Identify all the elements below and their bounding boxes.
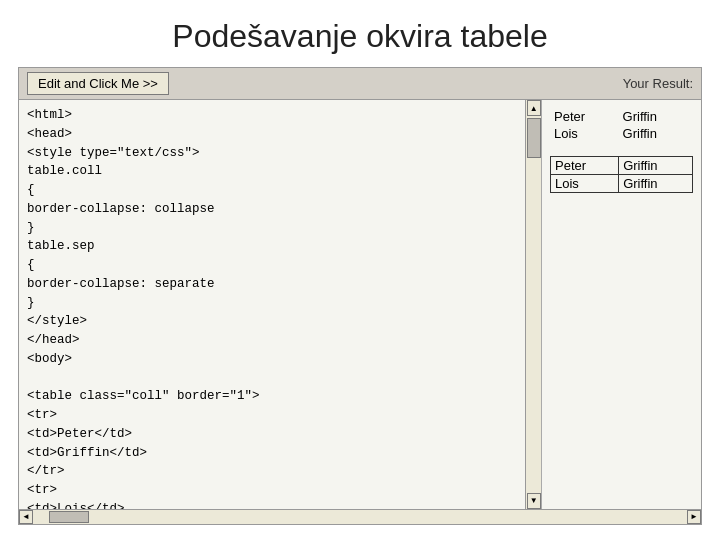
result-table-collapsed: Peter Griffin Lois Griffin <box>550 108 693 142</box>
table-row: Lois Griffin <box>551 175 693 193</box>
table-row: Lois Griffin <box>550 125 693 142</box>
editor-area: ▲ ▼ Peter Griffin Lois Griffin Peter G <box>18 99 702 510</box>
page-title: Podešavanje okvira tabele <box>0 0 720 67</box>
scroll-thumb[interactable] <box>527 118 541 158</box>
vertical-scrollbar: ▲ ▼ <box>525 100 541 509</box>
table-cell: Griffin <box>619 157 693 175</box>
table-cell: Peter <box>551 157 619 175</box>
toolbar: Edit and Click Me >> Your Result: <box>18 67 702 99</box>
table-row: Peter Griffin <box>551 157 693 175</box>
result-panel: Peter Griffin Lois Griffin Peter Griffin… <box>541 100 701 509</box>
code-scroll-wrapper: ▲ ▼ <box>19 100 541 509</box>
scroll-down-button[interactable]: ▼ <box>527 493 541 509</box>
horizontal-scrollbar: ◄ ► <box>18 510 702 525</box>
result-label: Your Result: <box>623 76 693 91</box>
main-container: Edit and Click Me >> Your Result: ▲ ▼ Pe… <box>0 67 720 537</box>
scroll-up-button[interactable]: ▲ <box>527 100 541 116</box>
table-cell: Griffin <box>619 108 693 125</box>
scroll-right-button[interactable]: ► <box>687 510 701 524</box>
table-cell: Griffin <box>619 175 693 193</box>
code-editor[interactable] <box>19 100 525 509</box>
table-row: Peter Griffin <box>550 108 693 125</box>
result-table-separated: Peter Griffin Lois Griffin <box>550 156 693 193</box>
edit-click-button[interactable]: Edit and Click Me >> <box>27 72 169 95</box>
scroll-left-button[interactable]: ◄ <box>19 510 33 524</box>
table-cell: Lois <box>550 125 619 142</box>
h-scroll-thumb[interactable] <box>49 511 89 523</box>
table-cell: Peter <box>550 108 619 125</box>
table-cell: Lois <box>551 175 619 193</box>
table-cell: Griffin <box>619 125 693 142</box>
